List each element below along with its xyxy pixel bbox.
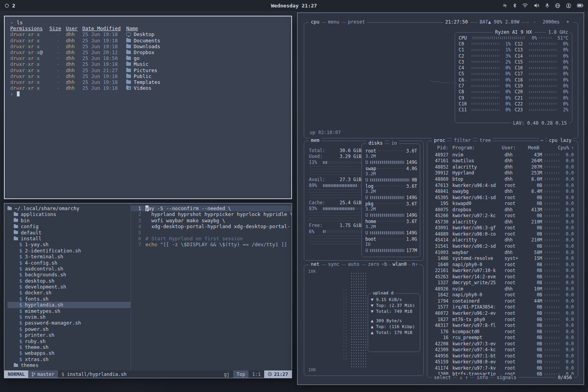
globe-icon[interactable] (555, 3, 560, 8)
tree-item-themes[interactable]: themes (7, 362, 131, 368)
tab-cpu[interactable]: cpu (309, 19, 321, 25)
code-line[interactable]: 3 wofi waybar mako swaybg \ (131, 218, 292, 223)
sort-prev-button[interactable]: ← (539, 138, 545, 143)
process-row[interactable]: 1642napi/phy0-0root0B0.0 (431, 292, 574, 298)
scroll-up-indicator[interactable]: ↑ (569, 145, 574, 151)
tree-item-password-manager-sh[interactable]: $password-manager.sh (7, 320, 131, 326)
tree-item-desktop-sh[interactable]: $desktop.sh (7, 278, 131, 284)
tab-filter[interactable]: filter (452, 138, 473, 143)
process-row[interactable]: 45414alacrittydhh210M0.0 (431, 237, 574, 243)
code-line[interactable]: 6# Start Hyprland on first session (131, 236, 292, 241)
process-row[interactable]: 41003waybardhh58M0.0 (431, 249, 574, 256)
tree-item-install[interactable]: install (7, 236, 131, 241)
process-row[interactable]: 45730alacrittydhh210M0.0 (431, 219, 574, 225)
prev-interface-button[interactable]: ‹b (380, 261, 388, 267)
process-row[interactable]: 47613kworker/u96:4-sdroot0B0.0 (431, 182, 574, 189)
process-row[interactable]: 41174kworker/u97:7-kvroot0B0.0 (431, 365, 574, 371)
process-row[interactable]: 39912Hyprlanddhh253M0.0 (431, 170, 574, 176)
proc-footer-signals[interactable]: signals (495, 375, 519, 380)
process-row[interactable]: 48852alacrittydhh207M0.0 (431, 164, 574, 170)
tab-preset[interactable]: preset (346, 19, 367, 25)
workspace-indicator[interactable]: 2 (5, 3, 15, 9)
tab-mem[interactable]: mem (309, 138, 321, 143)
updates-icon[interactable] (503, 3, 507, 8)
process-row[interactable]: 45263kworker/14:2-everoot0B0.0 (431, 274, 574, 280)
code-line[interactable]: 4 xdg-desktop-portal-hyprland xdg-deskto… (131, 223, 292, 229)
header-memb[interactable]: MemB (524, 145, 539, 151)
bluetooth-icon[interactable] (513, 3, 516, 8)
tree-item-power-sh[interactable]: $power.sh (7, 326, 131, 332)
process-row[interactable]: 48927nvimdhh43M0.0 (431, 152, 574, 158)
header-cpu-percent[interactable]: Cpu% (557, 145, 569, 151)
header-pid[interactable]: Pid: (431, 145, 448, 151)
proc-footer-item[interactable]: ↓ ↑ (457, 375, 470, 380)
process-row[interactable]: 45305kworker/u96:1-sdroot0B0.0 (431, 194, 574, 201)
tree-item-webapps-sh[interactable]: $webapps.sh (7, 350, 131, 356)
process-row[interactable]: 45266kworker/u97:2-kcroot0B0.0 (431, 212, 574, 219)
process-row[interactable]: 44889kworker/u96:0-coroot0B0.0 (431, 231, 574, 237)
tree-item-development-sh[interactable]: $development.sh (7, 284, 131, 290)
process-row[interactable]: 16rcu_preemptroot0B0.0 (431, 334, 574, 341)
tree-item-config[interactable]: config (7, 223, 131, 229)
code-line[interactable]: 2 hyprland hyprshot hyprpicker hyprlock … (131, 211, 292, 217)
tab-disks[interactable]: disks (367, 140, 385, 146)
tab-auto[interactable]: auto (346, 261, 361, 267)
tree-item-asdcontrol-sh[interactable]: $asdcontrol.sh (7, 266, 131, 272)
tree-item-1-yay-sh[interactable]: $1-yay.sh (7, 241, 131, 247)
tree-item-default[interactable]: default (7, 230, 131, 236)
battery-icon[interactable] (577, 4, 583, 7)
process-row[interactable]: 48926nvimdhh10M0.0 (431, 286, 574, 292)
tab-menu[interactable]: menu (326, 19, 341, 25)
tab-io[interactable]: io (389, 140, 399, 146)
header-program[interactable]: Program: (452, 145, 502, 151)
process-row[interactable]: 22161kworker/u97:10-kroot0B0.0 (431, 267, 574, 274)
tree-item-xtras-sh[interactable]: $xtras.sh (7, 356, 131, 362)
tree-item-hyprlandia-sh[interactable]: $hyprlandia.sh (7, 302, 131, 308)
process-row[interactable]: 1640napi/phy0-0root0B0.0 (431, 261, 574, 268)
tab-sync[interactable]: sync (326, 261, 341, 267)
process-row[interactable]: 1486systemd-resolvesyst+15M0.0 (431, 255, 574, 261)
tab-net[interactable]: net (309, 261, 321, 267)
code-line[interactable]: 7echo "[[ -z \$DISPLAY && \$(tty) == /de… (131, 241, 292, 247)
proc-footer-select[interactable]: select (432, 375, 453, 380)
process-row[interactable]: 1327dmcrypt_write/25root0B0.0 (431, 279, 574, 286)
tree-item-applications[interactable]: applications (7, 211, 131, 217)
interval-minus-button[interactable]: - (531, 19, 538, 25)
process-row[interactable]: 1794containerdroot44M0.0 (431, 298, 574, 304)
user-icon[interactable] (566, 3, 571, 8)
tree-item-backgrounds-sh[interactable]: $backgrounds.sh (7, 272, 131, 278)
process-row[interactable]: 1827mt76-tx phy0root0B0.0 (431, 316, 574, 323)
mic-icon[interactable] (545, 3, 549, 8)
tree-root[interactable]: ~/.local/share/omarchy (7, 205, 131, 211)
process-row[interactable]: 40075dropboxdhh413M0.0 (431, 207, 574, 213)
process-row[interactable]: 48869btopdhh8.6M0.0 (431, 176, 574, 182)
tree-item-4-config-sh[interactable]: $4-config.sh (7, 260, 131, 266)
next-interface-button[interactable]: n› (411, 261, 419, 267)
process-row[interactable]: 44956kworker/u97:1-btroot0B0.0 (431, 353, 574, 359)
interval-plus-button[interactable]: + (564, 19, 571, 25)
process-row[interactable]: 195kswapd0root0B0.0 (431, 200, 574, 207)
process-row[interactable]: 48317kworker/u97:8-flroot0B0.0 (431, 322, 574, 328)
wifi-icon[interactable] (522, 3, 528, 8)
tree-item-bin[interactable]: bin (7, 218, 131, 223)
process-row[interactable]: 46072kworker/u96:2-evroot0B0.0 (431, 310, 574, 316)
tree-item-docker-sh[interactable]: $docker.sh (7, 290, 131, 296)
process-row[interactable]: 47161nautilusdhh264M0.0 (431, 158, 574, 164)
process-row[interactable]: 1577irq/81-PIXA3854:root0B0.0 (431, 304, 574, 310)
volume-icon[interactable] (534, 3, 539, 8)
sort-column[interactable]: cpu lazy (547, 138, 573, 143)
tree-item-theme-sh[interactable]: $theme.sh (7, 344, 131, 350)
tree-item-ruby-sh[interactable]: $ruby.sh (7, 338, 131, 344)
code-editor[interactable]: 1yay -S --noconfirm --needed \2 hyprland… (131, 203, 292, 370)
tree-item-3-terminal-sh[interactable]: $3-terminal.sh (7, 254, 131, 260)
tree-item-mimetypes-sh[interactable]: $mimetypes.sh (7, 308, 131, 314)
tree-item-2-identification-sh[interactable]: $2-identification.sh (7, 248, 131, 254)
tab-proc[interactable]: proc (432, 138, 447, 143)
tree-item-fonts-sh[interactable]: $fonts.sh (7, 296, 131, 302)
tab-zero[interactable]: zero (366, 261, 381, 267)
code-line[interactable]: 5 (131, 230, 292, 236)
tree-item-nvim-sh[interactable]: $nvim.sh (7, 314, 131, 320)
proc-footer-info[interactable]: info (475, 375, 490, 380)
process-row[interactable]: 176kcompactd0root0B0.0 (431, 328, 574, 335)
prompt-line-active[interactable]: › (10, 91, 286, 97)
